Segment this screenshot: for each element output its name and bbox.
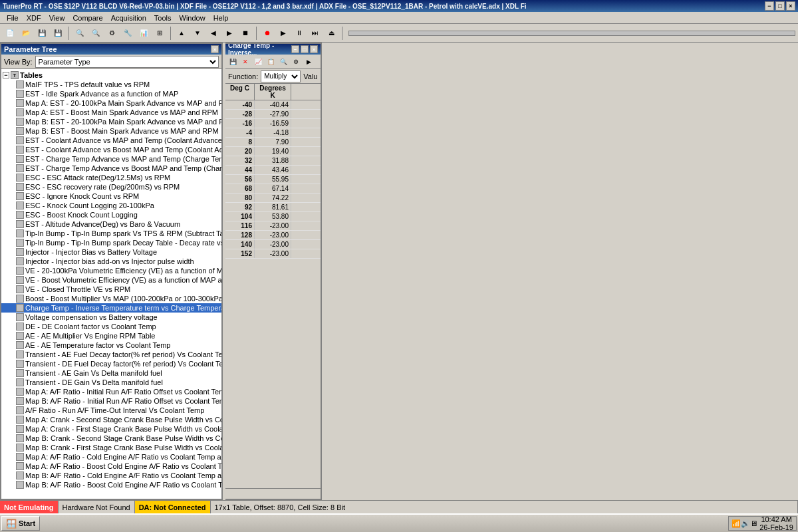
tree-item[interactable]: MaIF TPS - TPS default value vs RPM	[1, 80, 221, 89]
tree-item[interactable]: Injector - Injector bias add-on vs Injec…	[1, 257, 221, 266]
table-save-button[interactable]: 💾	[227, 56, 239, 68]
parameter-tree-close-button[interactable]: ×	[211, 45, 219, 53]
right-arrow-button[interactable]: ▶	[222, 26, 237, 41]
tree-item[interactable]: ESC - Ignore Knock Count vs RPM	[1, 192, 221, 201]
menu-item-help[interactable]: Help	[209, 13, 233, 23]
fast-forward-button[interactable]: ⏭	[308, 26, 323, 41]
table-row[interactable]: 116 -23.00	[225, 221, 321, 231]
down-arrow-button[interactable]: ▼	[190, 26, 205, 41]
tree-item[interactable]: Map A: Crank - Second Stage Crank Base P…	[1, 415, 221, 424]
tree-item[interactable]: VE - Closed Throttle VE vs RPM	[1, 285, 221, 294]
tree-item[interactable]: Transient - AE Fuel Decay factor(% ref p…	[1, 350, 221, 359]
play-button[interactable]: ▶	[276, 26, 291, 41]
tree-item[interactable]: Map A: A/F Ratio - Initial Run A/F Ratio…	[1, 387, 221, 396]
tree-item[interactable]: DE - DE Coolant factor vs Coolant Temp	[1, 322, 221, 331]
tree-item[interactable]: Injector - Injector Bias vs Battery Volt…	[1, 247, 221, 257]
tree-item[interactable]: Tip-In Bump - Tip-In Bump spark Decay Ta…	[1, 238, 221, 247]
up-arrow-button[interactable]: ▲	[174, 26, 189, 41]
tree-item[interactable]: Map A: Crank - First Stage Crank Base Pu…	[1, 424, 221, 434]
settings-button[interactable]: ⚙	[104, 26, 119, 41]
tools-button[interactable]: 🔧	[120, 26, 135, 41]
tree-item[interactable]: EST - Charge Temp Advance vs MAP and Tem…	[1, 154, 221, 164]
tree-item[interactable]: Map A: A/F Ratio - Boost Cold Engine A/F…	[1, 462, 221, 471]
zoom-in-button[interactable]: 🔍	[72, 26, 87, 41]
table-cancel-button[interactable]: ✕	[239, 56, 251, 68]
table-editor-minimize-button[interactable]: −	[291, 45, 299, 53]
tree-item[interactable]: EST - Coolant Advance vs MAP and Temp (C…	[1, 136, 221, 145]
table-settings-button[interactable]: ⚙	[290, 56, 302, 68]
table-row[interactable]: 8 7.90	[225, 138, 321, 147]
menu-item-xdf[interactable]: XDF	[23, 13, 45, 23]
menu-item-compare[interactable]: Compare	[68, 13, 106, 23]
tree-item[interactable]: VE - 20-100kPa Volumetric Efficiency (VE…	[1, 266, 221, 275]
function-select[interactable]: Multiply	[261, 70, 301, 82]
tree-item[interactable]: EST - Idle Spark Advance as a function o…	[1, 89, 221, 98]
tree-item[interactable]: Map A: EST - 20-100kPa Main Spark Advanc…	[1, 98, 221, 108]
tree-item[interactable]: AE - AE Temperature factor vs Coolant Te…	[1, 340, 221, 350]
table-row[interactable]: 68 67.14	[225, 184, 321, 194]
table-row[interactable]: 140 -23.00	[225, 240, 321, 249]
tree-item[interactable]: Map B: Crank - First Stage Crank Base Pu…	[1, 443, 221, 452]
tree-root-tables[interactable]: −TTables	[1, 70, 221, 80]
table-row[interactable]: -40 -40.44	[225, 100, 321, 110]
table-row[interactable]: -4 -4.18	[225, 128, 321, 138]
tree-item[interactable]: Voltage compensation vs Battery voltage	[1, 313, 221, 322]
tree-item[interactable]: Map B: EST - 20-100kPa Main Spark Advanc…	[1, 117, 221, 126]
tree-item[interactable]: ESC - Boost Knock Count Logging	[1, 210, 221, 219]
tree-item[interactable]: Map B: EST - Boost Main Spark Advance vs…	[1, 126, 221, 136]
table-row[interactable]: 92 81.61	[225, 203, 321, 212]
table-row[interactable]: 32 31.88	[225, 156, 321, 166]
tree-item[interactable]: A/F Ratio - Run A/F Time-Out Interval Vs…	[1, 406, 221, 415]
zoom-out-button[interactable]: 🔍	[88, 26, 103, 41]
left-arrow-button[interactable]: ◀	[206, 26, 221, 41]
tree-item[interactable]: Map B: A/F Ratio - Initial Run A/F Ratio…	[1, 396, 221, 406]
tree-item[interactable]: Transient - DE Fuel Decay factor(% ref p…	[1, 359, 221, 368]
tree-item[interactable]: Charge Temp - Inverse Temperature term v…	[1, 303, 221, 313]
menu-item-tools[interactable]: Tools	[150, 13, 176, 23]
tree-item[interactable]: Map A: A/F Ratio - Cold Engine A/F Ratio…	[1, 452, 221, 462]
table-row[interactable]: 128 -23.00	[225, 231, 321, 240]
view-by-select[interactable]: Parameter Type	[35, 56, 219, 68]
tree-item[interactable]: Transient - DE Gain Vs Delta manifold fu…	[1, 378, 221, 387]
table-copy-button[interactable]: 📋	[265, 56, 277, 68]
save-button[interactable]: 💾	[35, 26, 49, 41]
tree-item[interactable]: VE - Boost Volumetric Efficiency (VE) as…	[1, 275, 221, 285]
expand-icon[interactable]: −	[3, 72, 9, 78]
tree-item[interactable]: Boost - Boost Multiplier Vs MAP (100-200…	[1, 294, 221, 303]
menu-item-view[interactable]: View	[45, 13, 69, 23]
tree-item[interactable]: EST - Coolant Advance vs Boost MAP and T…	[1, 145, 221, 154]
table-row[interactable]: 56 55.95	[225, 175, 321, 184]
tree-item[interactable]: ESC - ESC Attack rate(Deg/12.5Ms) vs RPM	[1, 173, 221, 182]
maximize-button[interactable]: □	[775, 1, 785, 11]
pause-button[interactable]: ⏸	[292, 26, 307, 41]
table-run-button[interactable]: ▶	[303, 56, 315, 68]
table-editor-close-button[interactable]: ×	[310, 45, 318, 53]
menu-item-file[interactable]: File	[3, 13, 23, 23]
eject-button[interactable]: ⏏	[324, 26, 338, 41]
tree-item[interactable]: Tip-In Bump - Tip-In Bump spark Vs TPS &…	[1, 229, 221, 238]
table-row[interactable]: -16 -16.59	[225, 119, 321, 128]
table-row[interactable]: 104 53.80	[225, 212, 321, 221]
menu-item-acquisition[interactable]: Acquisition	[107, 13, 150, 23]
tree-item[interactable]: Map B: A/F Ratio - Boost Cold Engine A/F…	[1, 480, 221, 489]
close-button[interactable]: ×	[786, 1, 795, 11]
tree-item[interactable]: ESC - ESC recovery rate (Deg/200mS) vs R…	[1, 182, 221, 192]
record-button[interactable]: ⏺	[260, 26, 275, 41]
table-row[interactable]: 20 19.40	[225, 147, 321, 156]
tree-item[interactable]: Map B: A/F Ratio - Cold Engine A/F Ratio…	[1, 471, 221, 480]
open-button[interactable]: 📂	[19, 26, 33, 41]
save-all-button[interactable]: 💾	[51, 26, 65, 41]
tree-item[interactable]: EST - Altitude Advance(Deg) vs Baro & Va…	[1, 219, 221, 229]
table-chart-button[interactable]: 📈	[252, 56, 264, 68]
chart-button[interactable]: 📊	[136, 26, 151, 41]
table-row[interactable]: 152 -23.00	[225, 249, 321, 259]
new-button[interactable]: 📄	[3, 26, 17, 41]
stop-button[interactable]: ⏹	[238, 26, 253, 41]
tree-item[interactable]: Map B: Crank - Second Stage Crank Base P…	[1, 434, 221, 443]
table-row[interactable]: 44 43.46	[225, 166, 321, 175]
tree-item[interactable]: Map A: EST - Boost Main Spark Advance vs…	[1, 108, 221, 117]
start-button[interactable]: 🪟 Start	[1, 516, 40, 531]
tree-item[interactable]: Transient - AE Gain Vs Delta manifold fu…	[1, 368, 221, 378]
compare-button[interactable]: ⊞	[152, 26, 167, 41]
table-search-button[interactable]: 🔍	[277, 56, 289, 68]
